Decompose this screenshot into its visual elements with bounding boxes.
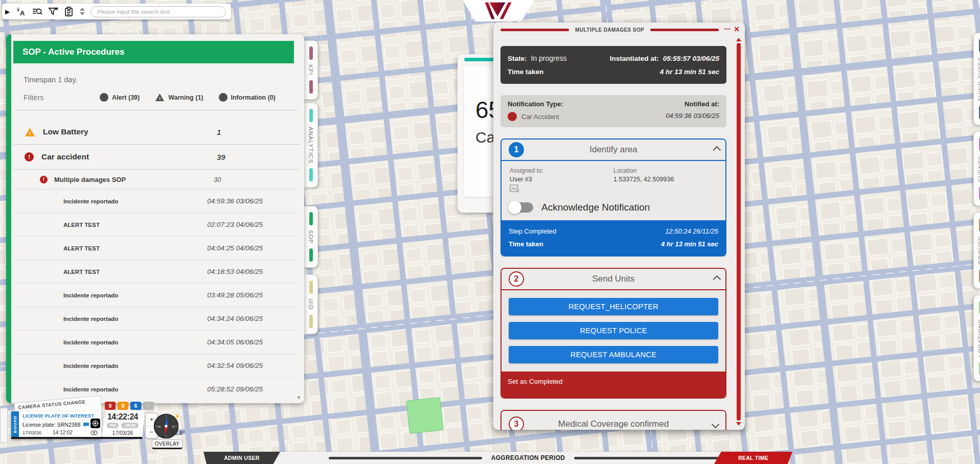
step1-footer: Step Completed 12:50:24 26/11/25 Time ta… [502,220,725,256]
aggregation-slider-left[interactable] [329,457,482,459]
filter-information[interactable]: i Information (0) [219,93,276,102]
scroll-up-icon[interactable] [736,38,741,41]
group-low-battery[interactable]: ! Low Battery 1 [13,120,300,145]
request-helicopter-button[interactable]: REQUEST_HELICOPTER [509,298,718,315]
scrollbar-thumb[interactable] [737,43,741,421]
blue-count-badge[interactable]: 6 [130,402,141,410]
orange-count-badge[interactable]: 0 [118,402,128,410]
subgroup-multiple-damages-sop[interactable]: ! Multiple damages SOP 30 [13,170,300,189]
tab-dash [309,315,313,328]
close-icon[interactable]: ✕ [734,25,740,33]
step2-number-badge: 2 [509,271,524,287]
state-card: State: In progress Instantiated at: 05:5… [500,46,726,84]
acknowledge-label: Acknowledge Notification [541,202,650,213]
tab-sop[interactable]: SOP [304,206,318,268]
panel-accent-stripe [6,34,11,403]
step1-time-taken-value: 4 hr 13 min 51 sec [661,240,718,248]
location-value: 1.533725, 42.509936 [613,176,717,183]
notified-value: 04:59:36 03/06/25 [666,112,719,120]
notification-card: Notification Type: ! Car Accident Notifi… [500,95,726,127]
temperature-value: 17.8° [172,430,185,436]
notified-label: Notified at: [666,100,719,108]
minimize-icon[interactable]: — [724,25,731,32]
incident-row[interactable]: ALERT TEST02:07:23 04/06/25 [13,213,300,236]
disabled-badge[interactable]: ⁄ [143,402,154,410]
stacked-card-edge[interactable] [0,408,8,443]
title-decor-line [500,29,569,31]
location-label: Location [613,167,717,174]
alert-circle-icon: ! [508,112,517,121]
divider [15,110,298,110]
incident-row[interactable]: Incidente reportado04:34:24 06/06/25 [13,307,300,330]
expand-toolbar-icon[interactable]: ▶ [5,8,10,15]
search-input[interactable] [90,6,226,17]
filter-alert[interactable]: ! Alert (39) [100,93,140,102]
map-park [406,398,443,434]
brand-logo-icon [482,1,515,21]
alert-circle-icon: ! [40,176,48,183]
red-count-badge[interactable]: 0 [105,402,116,410]
step1-header[interactable]: Identify area 1 [502,140,725,161]
step3-card: Medical Coverage confirmed 3 [500,410,726,430]
step1-title: Identify area [502,145,725,155]
clock-pill-ampm[interactable]: PM [107,423,119,428]
tab-groups[interactable]: GROUPS [973,212,980,289]
incident-row[interactable]: Incidente reportado04:59:36 03/06/25 [13,189,300,213]
step1-card: Identify area 1 Assigned to: User #3 Loc… [500,138,726,257]
camera-target-icon[interactable] [90,419,100,428]
chat-icon[interactable] [83,422,89,428]
real-time-button[interactable]: REAL TIME [714,452,792,464]
filters-label: Filters [24,94,43,102]
panel-title: SOP - Active Procedures [13,41,294,63]
clock-pill-offset[interactable]: -05:00 [121,423,139,428]
request-police-button[interactable]: REQUEST POLICE [509,322,718,339]
step3-header[interactable]: Medical Coverage confirmed 3 [502,411,725,430]
incident-row[interactable]: Incidente reportado04:32:54 09/06/25 [13,354,300,377]
sort-arrows[interactable] [80,8,85,15]
aggregation-slider-right[interactable] [574,457,727,459]
dialog-titlebar[interactable]: MULTIPLE DAMAGES SOP — ✕ [493,22,745,35]
assigned-to-label: Assigned to: [510,167,613,174]
tab-kpi[interactable]: KPI [304,40,318,100]
translate-icon[interactable]: x̄A [16,7,27,17]
aggregation-period-bar[interactable]: AGGREGATION PERIOD [270,452,786,464]
incident-row[interactable]: ALERT TEST04:18:53 04/06/25 [13,260,300,283]
scroll-down-icon[interactable] [736,422,741,426]
acknowledge-toggle[interactable] [510,202,533,213]
incident-row[interactable]: ALERT TEST04:04:25 04/06/25 [13,236,300,260]
admin-user-button[interactable]: ADMIN USER [203,452,280,464]
filter-warning[interactable]: ! Warning (1) [155,93,203,102]
step3-number-badge: 3 [509,416,524,430]
notification-type-value: Car Accident [521,113,559,121]
svg-text:x̄: x̄ [17,7,19,12]
incident-row[interactable]: Incidente reportado05:28:52 09/06/25 [13,377,300,401]
step2-header[interactable]: Send Units 2 [502,269,725,290]
overlay-tab[interactable]: OVERLAY [152,439,183,449]
tab-locations[interactable]: LOCATIONS [973,295,980,381]
eye-icon[interactable] [90,430,98,435]
dialog-title: MULTIPLE DAMAGES SOP [575,27,644,33]
clipboard-icon[interactable] [64,7,74,17]
tab-events[interactable]: EVENTS [973,131,980,206]
license-card-tab[interactable]: BOUND [11,411,19,437]
set-as-completed-button[interactable]: Set as Completed [502,372,725,398]
dialog-scrollbar[interactable] [735,38,742,426]
license-plate-card[interactable]: BOUND LICENSE PLATE OF INTEREST License … [11,411,101,439]
tab-dash [309,248,313,262]
svg-text:!: ! [29,130,31,136]
request-ambulance-button[interactable]: REQUEST AMBULANCE [509,346,718,363]
filter-clear-icon[interactable] [48,7,58,17]
info-icon: i [219,93,227,102]
incident-row[interactable]: Incidente reportado04:34:05 06/06/25 [13,330,300,354]
clock-date: 17/03/26 [112,430,133,436]
search-list-icon[interactable] [32,7,42,17]
incident-row[interactable]: Incidente reportado03:49:28 05/06/25 [13,283,300,307]
tab-thing-types[interactable]: THING TYPES [973,33,980,125]
tab-analytics[interactable]: ANALYTICS [304,103,318,188]
clock-time: 14:22:24 [107,412,138,422]
group-car-accident[interactable]: ! Car accident 39 [13,145,300,170]
tab-uid[interactable]: UID [304,274,318,334]
clock-widget[interactable]: 14:22:24 PM -05:00 17/03/26 [101,410,145,439]
weather-sun-icon: ☀ [174,412,180,421]
scroll-down-icon[interactable]: ▼ [297,395,301,400]
